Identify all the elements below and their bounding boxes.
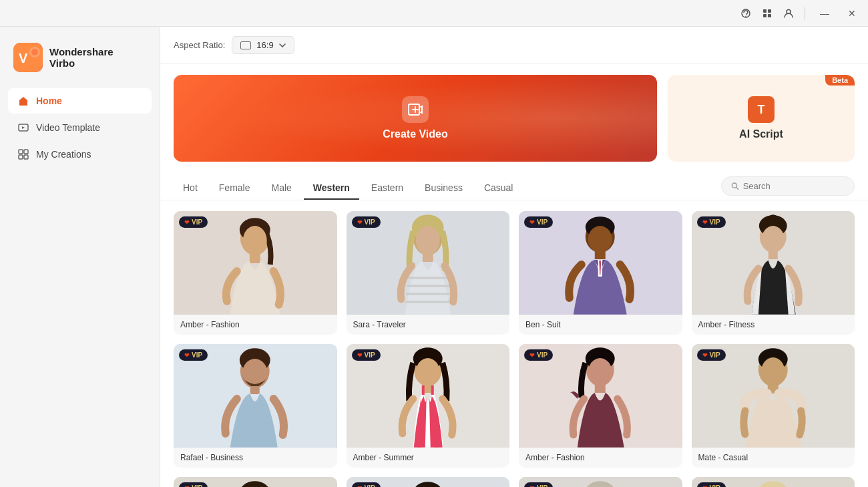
svg-rect-12 bbox=[19, 150, 23, 154]
svg-rect-13 bbox=[24, 150, 28, 154]
avatar-image-row3-4: ❤VIP bbox=[692, 477, 855, 487]
svg-line-18 bbox=[736, 187, 738, 189]
avatar-card-row3-4[interactable]: ❤VIP bbox=[692, 477, 855, 487]
vip-badge: ❤VIP bbox=[179, 482, 208, 487]
avatar-name-sara-traveler: Sara - Traveler bbox=[347, 315, 510, 335]
svg-point-10 bbox=[31, 49, 38, 55]
tab-hot[interactable]: Hot bbox=[174, 177, 207, 200]
svg-rect-52 bbox=[431, 385, 433, 395]
vip-badge: ❤VIP bbox=[352, 216, 381, 228]
avatar-image-row3-1: ❤VIP bbox=[174, 477, 337, 487]
avatar-grid: ❤VIP bbox=[174, 211, 855, 487]
svg-text:V: V bbox=[19, 51, 28, 65]
title-bar: — ✕ bbox=[0, 0, 868, 27]
tab-eastern[interactable]: Eastern bbox=[362, 177, 413, 200]
avatar-name-rafael-business: Rafael - Business bbox=[174, 448, 337, 468]
vip-badge: ❤VIP bbox=[352, 349, 381, 361]
avatar-card-amber-summer[interactable]: ❤VIP bbox=[347, 344, 510, 468]
svg-rect-15 bbox=[24, 155, 28, 159]
avatar-grid-container[interactable]: ❤VIP bbox=[160, 200, 868, 487]
vip-badge: ❤VIP bbox=[179, 216, 208, 228]
sidebar-item-video-template[interactable]: Video Template bbox=[8, 115, 152, 140]
create-video-card[interactable]: Create Video bbox=[174, 75, 657, 162]
avatar-image-sara-traveler: ❤VIP bbox=[347, 211, 510, 315]
avatar-card-rafael-business[interactable]: ❤VIP bbox=[174, 344, 337, 468]
chevron-down-icon bbox=[279, 43, 286, 47]
app-body: V Wondershare Virbo Home bbox=[0, 27, 868, 487]
svg-point-61 bbox=[761, 357, 785, 387]
avatar-card-mate-casual[interactable]: ❤VIP bbox=[692, 344, 855, 468]
tab-western[interactable]: Western bbox=[304, 177, 359, 200]
avatar-card-amber-fashion-1[interactable]: ❤VIP bbox=[174, 211, 337, 335]
sidebar-nav: Home Video Template bbox=[0, 88, 160, 167]
svg-rect-23 bbox=[250, 254, 260, 263]
vip-badge: ❤VIP bbox=[524, 216, 553, 228]
sidebar-item-home-label: Home bbox=[36, 96, 62, 106]
avatar-image-amber-fitness: ❤VIP bbox=[692, 211, 855, 315]
tab-female[interactable]: Female bbox=[210, 177, 260, 200]
home-icon bbox=[17, 95, 29, 107]
logo-icon: V bbox=[13, 43, 43, 72]
sidebar-item-my-creations-label: My Creations bbox=[36, 149, 91, 160]
avatar-name-amber-summer: Amber - Summer bbox=[347, 448, 510, 468]
user-icon[interactable] bbox=[783, 8, 794, 19]
avatar-image-row3-2: ❤VIP bbox=[347, 477, 510, 487]
svg-rect-57 bbox=[595, 385, 606, 393]
divider bbox=[805, 7, 805, 19]
grid-icon[interactable] bbox=[762, 8, 773, 19]
logo-text: Wondershare Virbo bbox=[49, 46, 114, 69]
vip-badge: ❤VIP bbox=[697, 349, 726, 361]
ratio-icon bbox=[240, 41, 251, 49]
vip-badge: ❤VIP bbox=[352, 482, 381, 487]
avatar-name-mate-casual: Mate - Casual bbox=[692, 448, 855, 468]
avatar-image-mate-casual: ❤VIP bbox=[692, 344, 855, 448]
avatar-name-amber-fashion-2: Amber - Fashion bbox=[519, 448, 682, 468]
svg-rect-33 bbox=[595, 251, 606, 259]
avatar-card-sara-traveler[interactable]: ❤VIP bbox=[347, 211, 510, 335]
top-bar: Aspect Ratio: 16:9 bbox=[160, 27, 868, 64]
minimize-button[interactable]: — bbox=[816, 7, 833, 20]
my-creations-icon bbox=[17, 148, 29, 160]
avatar-image-row3-3: ❤VIP bbox=[519, 477, 682, 487]
avatar-card-row3-3[interactable]: ❤VIP bbox=[519, 477, 682, 487]
video-template-icon bbox=[17, 122, 29, 134]
sidebar-item-video-template-label: Video Template bbox=[36, 122, 100, 133]
create-video-icon bbox=[402, 96, 429, 123]
aspect-ratio-value: 16:9 bbox=[256, 40, 273, 50]
avatar-name-amber-fitness: Amber - Fitness bbox=[692, 315, 855, 335]
svg-point-1 bbox=[745, 15, 746, 17]
avatar-card-ben-suit[interactable]: ❤VIP bbox=[519, 211, 682, 335]
svg-point-44 bbox=[242, 359, 268, 388]
aspect-ratio-select[interactable]: 16:9 bbox=[232, 36, 294, 54]
tab-male[interactable]: Male bbox=[262, 177, 300, 200]
svg-point-27 bbox=[415, 226, 439, 255]
svg-rect-28 bbox=[422, 254, 433, 262]
logo: V Wondershare Virbo bbox=[0, 37, 160, 88]
aspect-ratio-label: Aspect Ratio: bbox=[174, 40, 225, 50]
avatar-card-row3-2[interactable]: ❤VIP - bbox=[347, 477, 510, 487]
sidebar-item-my-creations[interactable]: My Creations bbox=[8, 142, 152, 167]
svg-point-39 bbox=[761, 226, 784, 253]
hero-section: Create Video Beta T AI Script bbox=[160, 64, 868, 172]
svg-rect-4 bbox=[763, 14, 767, 17]
sidebar: V Wondershare Virbo Home bbox=[0, 27, 160, 487]
search-input[interactable] bbox=[743, 181, 845, 191]
avatar-image-rafael-business: ❤VIP bbox=[174, 344, 337, 448]
sidebar-item-home[interactable]: Home bbox=[8, 88, 152, 114]
tab-casual[interactable]: Casual bbox=[475, 177, 523, 200]
avatar-card-amber-fashion-2[interactable]: ❤VIP bbox=[519, 344, 682, 468]
avatar-image-amber-summer: ❤VIP bbox=[347, 344, 510, 448]
tab-business[interactable]: Business bbox=[415, 177, 472, 200]
support-icon[interactable] bbox=[740, 8, 751, 19]
close-button[interactable]: ✕ bbox=[844, 7, 860, 20]
svg-rect-5 bbox=[768, 14, 771, 17]
tabs-bar: Hot Female Male Western Eastern Business… bbox=[160, 172, 868, 200]
search-box[interactable] bbox=[721, 176, 855, 196]
vip-badge: ❤VIP bbox=[179, 349, 208, 361]
avatar-card-row3-1[interactable]: ❤VIP - bbox=[174, 477, 337, 487]
svg-rect-3 bbox=[768, 9, 771, 13]
avatar-image-amber-fashion-1: ❤VIP bbox=[174, 211, 337, 315]
avatar-card-amber-fitness[interactable]: ❤VIP bbox=[692, 211, 855, 335]
search-icon bbox=[731, 182, 739, 190]
ai-script-card[interactable]: Beta T AI Script bbox=[668, 75, 855, 162]
